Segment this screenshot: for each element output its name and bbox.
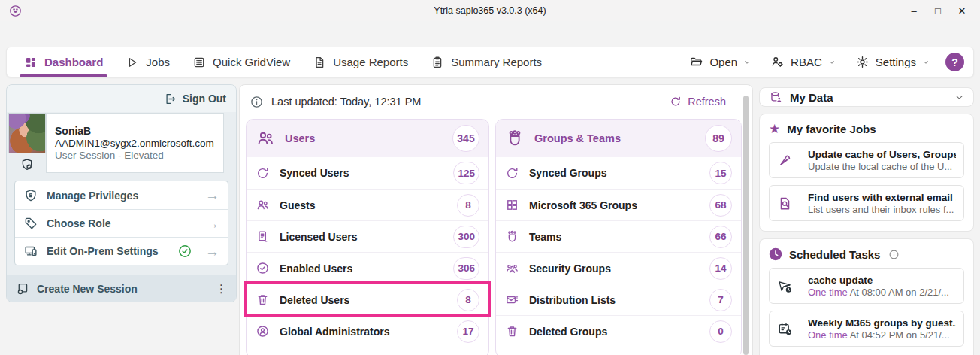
count-badge: 66 bbox=[709, 226, 732, 248]
settings-menu[interactable]: Settings bbox=[845, 55, 939, 69]
settings-menu-label: Settings bbox=[876, 56, 916, 68]
tab-label: Quick GridView bbox=[213, 56, 290, 68]
chevron-down-icon bbox=[828, 59, 836, 66]
sign-out-label: Sign Out bbox=[183, 93, 226, 105]
minimize-button[interactable]: – bbox=[902, 1, 926, 20]
teams-icon bbox=[505, 229, 519, 244]
favorite-job-item[interactable]: Update cache of Users, Groups... Update … bbox=[769, 142, 964, 178]
chevron-down-icon[interactable] bbox=[954, 93, 964, 102]
tab-usage-reports[interactable]: Usage Reports bbox=[301, 47, 419, 77]
security-group-icon bbox=[505, 261, 519, 275]
sign-out-row: Sign Out bbox=[7, 85, 236, 112]
session-menu: Manage Privileges → Choose Role → Edit O… bbox=[14, 181, 228, 265]
row-deleted-users[interactable]: Deleted Users 8 bbox=[247, 284, 488, 315]
rbac-user-gear-icon bbox=[770, 55, 785, 69]
manage-privileges-item[interactable]: Manage Privileges → bbox=[15, 181, 228, 209]
dashboard-grid-icon bbox=[24, 56, 38, 69]
on-prem-devices-icon bbox=[23, 244, 38, 259]
rbac-menu[interactable]: RBAC bbox=[761, 55, 845, 69]
row-global-administrators[interactable]: Global Administrators 17 bbox=[247, 315, 488, 347]
row-teams[interactable]: Teams 66 bbox=[496, 220, 741, 252]
new-session-window-plus-icon bbox=[16, 281, 30, 296]
my-data-title: My Data bbox=[790, 91, 948, 104]
tab-quick-gridview[interactable]: Quick GridView bbox=[181, 47, 301, 77]
row-distribution-lists[interactable]: Distribution Lists 7 bbox=[496, 284, 741, 315]
maximize-button[interactable]: □ bbox=[926, 1, 950, 20]
trash-icon bbox=[505, 324, 519, 338]
create-new-session-button[interactable]: Create New Session ⋮ bbox=[7, 275, 236, 302]
check-circle-icon bbox=[256, 261, 270, 275]
task-schedule: At 04:52 PM on 5/21/... bbox=[850, 329, 950, 341]
scheduled-tasks-title: Scheduled Tasks bbox=[789, 248, 880, 261]
distribution-list-mail-icon bbox=[505, 293, 519, 307]
my-data-section[interactable]: My Data bbox=[759, 87, 974, 107]
database-user-icon bbox=[769, 90, 783, 105]
users-total-badge: 345 bbox=[452, 125, 479, 152]
row-synced-users[interactable]: Synced Users 125 bbox=[247, 157, 488, 189]
dashboard-panel: Last updated: Today, 12:31 PM Refresh Us… bbox=[239, 84, 753, 355]
scheduled-task-item[interactable]: cache update One time At 08:00 AM on 2/2… bbox=[769, 268, 964, 304]
edit-onprem-settings-item[interactable]: Edit On-Prem Settings → bbox=[15, 237, 228, 265]
groups-teams-card-header[interactable]: Groups & Teams 89 bbox=[496, 120, 741, 157]
row-microsoft-365-groups[interactable]: Microsoft 365 Groups 68 bbox=[496, 189, 741, 220]
tab-label: Summary Reports bbox=[451, 56, 542, 68]
arrow-right-icon: → bbox=[205, 188, 219, 202]
help-button[interactable]: ? bbox=[945, 53, 964, 71]
shield-lock-icon bbox=[23, 188, 38, 203]
user-session-card: SoniaB AADMIN1@sygx2.onmicrosoft.com Use… bbox=[8, 113, 224, 173]
last-updated-text: Last updated: Today, 12:31 PM bbox=[271, 96, 421, 108]
users-icon bbox=[256, 129, 275, 148]
sync-icon bbox=[256, 166, 270, 181]
scheduled-tasks-section: Scheduled Tasks cache update One time At… bbox=[759, 238, 974, 355]
choose-role-item[interactable]: Choose Role → bbox=[15, 209, 228, 237]
info-icon bbox=[888, 249, 900, 260]
kebab-menu-icon[interactable]: ⋮ bbox=[216, 282, 227, 296]
sign-out-button[interactable]: Sign Out bbox=[164, 93, 226, 105]
row-synced-groups[interactable]: Synced Groups 15 bbox=[496, 157, 741, 189]
row-guests[interactable]: Guests 8 bbox=[247, 189, 488, 220]
usage-report-document-icon bbox=[313, 56, 326, 69]
clock-badge-icon bbox=[769, 247, 782, 261]
role-tag-icon bbox=[23, 216, 38, 231]
calendar-clock-icon bbox=[770, 311, 800, 346]
favorite-job-item[interactable]: Find users with external email ... List … bbox=[769, 185, 964, 221]
scheduled-task-item[interactable]: Weekly M365 groups by guest... One time … bbox=[769, 311, 964, 347]
microsoft-365-grid-icon bbox=[505, 198, 519, 212]
session-sidebar: Sign Out SoniaB AADMIN1@sygx2.onmicrosof… bbox=[6, 84, 237, 302]
row-enabled-users[interactable]: Enabled Users 306 bbox=[247, 252, 488, 284]
summary-report-clipboard-icon bbox=[431, 56, 444, 69]
chevron-down-icon bbox=[922, 59, 930, 66]
open-menu[interactable]: Open bbox=[679, 55, 761, 69]
tab-summary-reports[interactable]: Summary Reports bbox=[419, 47, 553, 77]
favorite-jobs-title: My favorite Jobs bbox=[787, 123, 876, 135]
row-deleted-groups[interactable]: Deleted Groups 0 bbox=[496, 315, 741, 347]
job-subtitle: List users and their inbox rules f... bbox=[808, 204, 956, 215]
favorite-jobs-section: ★ My favorite Jobs Update cache of Users… bbox=[759, 114, 974, 232]
title-bar: Ytria sapio365 v3.0.3 (x64) – □ ✕ bbox=[0, 0, 980, 21]
refresh-button[interactable]: Refresh bbox=[670, 96, 726, 108]
users-card-header[interactable]: Users 345 bbox=[247, 120, 488, 157]
tab-dashboard[interactable]: Dashboard bbox=[13, 47, 114, 77]
close-button[interactable]: ✕ bbox=[950, 1, 974, 20]
count-badge: 300 bbox=[453, 226, 479, 248]
row-security-groups[interactable]: Security Groups 14 bbox=[496, 252, 741, 284]
arrow-right-icon: → bbox=[205, 244, 219, 259]
arrow-right-icon: → bbox=[205, 217, 219, 231]
count-badge: 8 bbox=[457, 289, 479, 311]
edit-onprem-settings-label: Edit On-Prem Settings bbox=[47, 245, 169, 257]
admin-badge-icon bbox=[256, 324, 270, 338]
tab-jobs[interactable]: Jobs bbox=[114, 47, 181, 77]
pen-nib-icon bbox=[770, 143, 800, 178]
count-badge: 125 bbox=[453, 162, 479, 184]
open-menu-label: Open bbox=[709, 56, 737, 68]
count-badge: 306 bbox=[453, 257, 479, 280]
groups-teams-card: Groups & Teams 89 Synced Groups 15 Micro… bbox=[495, 119, 742, 355]
row-licensed-users[interactable]: Licensed Users 300 bbox=[247, 220, 488, 252]
refresh-icon bbox=[670, 96, 682, 108]
user-email: AADMIN1@sygx2.onmicrosoft.com bbox=[55, 138, 215, 149]
window-title: Ytria sapio365 v3.0.3 (x64) bbox=[0, 5, 980, 16]
main-navigation: Dashboard Jobs Quick GridView Usage Repo… bbox=[6, 47, 974, 77]
folder-open-icon bbox=[689, 55, 703, 69]
vertical-scrollbar[interactable] bbox=[743, 96, 749, 355]
sign-out-door-icon bbox=[164, 93, 177, 105]
